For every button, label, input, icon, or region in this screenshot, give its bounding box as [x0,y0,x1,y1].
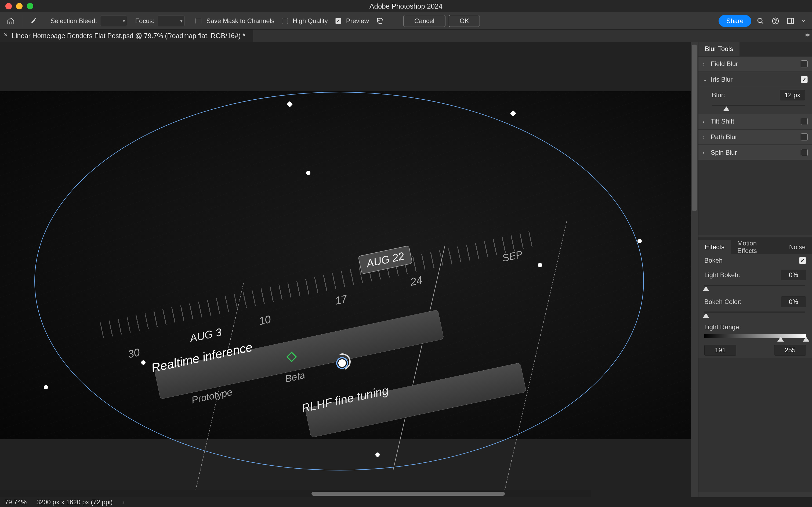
blur-handle[interactable] [375,452,380,457]
chevron-right-icon: › [703,118,708,125]
chevron-down-icon: ⌄ [703,76,708,83]
light-range-high[interactable]: 255 [774,345,806,355]
tab-motion-effects[interactable]: Motion Effects [731,240,783,254]
blur-pin-center[interactable] [338,359,346,367]
accordion-label: Spin Blur [711,149,798,156]
save-mask-label: Save Mask to Channels [206,17,274,25]
cancel-button[interactable]: Cancel [403,15,446,27]
titlebar: Adobe Photoshop 2024 [0,0,812,12]
blur-tools-panel: Blur Tools › Field Blur ⌄ Iris Blur ✓ Bl… [698,42,812,237]
ok-button[interactable]: OK [449,15,480,27]
accordion-spin-blur[interactable]: › Spin Blur [698,145,812,160]
selection-bleed-dropdown[interactable] [100,15,127,26]
document-tab-bar: Linear Homepage Renders Flat Post.psd @ … [0,30,812,42]
canvas-area[interactable]: AUG 22 SEP AUG 3 30 10 17 24 Realtime in… [0,42,698,497]
light-range-label: Light Range: [704,323,806,331]
blur-handle[interactable] [44,385,48,389]
search-icon[interactable] [755,15,766,27]
accordion-tilt-shift[interactable]: › Tilt-Shift [698,114,812,129]
document-canvas[interactable]: AUG 22 SEP AUG 3 30 10 17 24 Realtime in… [0,91,691,439]
close-window-button[interactable] [5,3,12,9]
light-bokeh-slider[interactable] [704,283,805,291]
chevron-right-icon: › [703,134,708,140]
blur-amount-label: Blur: [712,91,776,99]
vertical-scrollbar[interactable] [691,42,698,497]
separator [190,14,190,27]
tab-blur-tools[interactable]: Blur Tools [698,42,740,56]
chevron-right-icon: › [703,150,708,156]
app-title: Adobe Photoshop 2024 [369,2,443,10]
blur-amount-value[interactable]: 12 px [780,90,805,101]
accordion-path-blur[interactable]: › Path Blur [698,129,812,145]
workspace: AUG 22 SEP AUG 3 30 10 17 24 Realtime in… [0,42,812,497]
accordion-label: Tilt-Shift [711,118,798,125]
bokeh-color-slider[interactable] [704,310,805,318]
light-bokeh-value[interactable]: 0% [781,270,806,280]
timeline-date-label: 30 [127,346,141,360]
svg-point-0 [758,18,762,22]
status-chevron-icon[interactable]: › [122,498,125,506]
tool-icon[interactable] [27,15,40,27]
light-range-low[interactable]: 191 [704,345,736,355]
status-bar: 79.74% 3200 px x 1620 px (72 ppi) › [0,497,812,507]
minimize-window-button[interactable] [16,3,22,9]
share-button[interactable]: Share [718,15,751,27]
timeline-date-label: 17 [334,293,348,307]
blur-handle[interactable] [306,171,310,175]
right-panel-stack: Blur Tools › Field Blur ⌄ Iris Blur ✓ Bl… [698,42,812,497]
help-icon[interactable] [769,15,781,27]
accordion-label: Path Blur [711,133,798,141]
tab-effects[interactable]: Effects [698,240,731,254]
light-range-slider[interactable] [704,334,806,341]
field-blur-toggle[interactable] [801,60,808,67]
accordion-iris-blur[interactable]: ⌄ Iris Blur ✓ [698,72,812,87]
bokeh-color-label: Bokeh Color: [704,298,777,305]
separator [45,14,45,27]
document-tab-label: Linear Homepage Renders Flat Post.psd @ … [12,32,245,40]
bokeh-toggle[interactable]: ✓ [799,257,806,264]
tab-noise[interactable]: Noise [783,240,812,254]
horizontal-scrollbar[interactable] [0,490,591,497]
svg-rect-3 [788,18,794,23]
scrollbar-thumb[interactable] [311,492,505,496]
bokeh-label: Bokeh [704,257,796,264]
bokeh-color-value[interactable]: 0% [781,296,806,307]
tilt-shift-toggle[interactable] [801,118,808,125]
accordion-label: Iris Blur [711,76,798,83]
accordion-field-blur[interactable]: › Field Blur [698,56,812,71]
home-icon[interactable] [5,15,17,27]
blur-handle[interactable] [538,263,542,267]
options-bar: Selection Bleed: Focus: Save Mask to Cha… [0,12,812,30]
chevron-down-icon[interactable] [800,15,807,27]
svg-point-2 [775,22,776,23]
focus-dropdown[interactable] [158,15,184,26]
preview-checkbox[interactable]: ✓ [335,18,341,24]
preview-label: Preview [346,17,369,25]
canvas-dimensions: 3200 px x 1620 px (72 ppi) [36,498,113,506]
blur-amount-slider[interactable] [712,103,805,111]
collapse-panels-icon[interactable]: ▸▸ [806,31,809,38]
reset-icon[interactable] [374,15,386,27]
blur-handle[interactable] [637,239,642,243]
scrollbar-thumb[interactable] [692,45,697,211]
light-bokeh-label: Light Bokeh: [704,271,777,279]
workspace-switcher-icon[interactable] [785,15,797,27]
spin-blur-toggle[interactable] [801,149,808,156]
effects-panel: Effects Motion Effects Noise Bokeh ✓ Lig… [698,240,812,494]
timeline-date-label: 10 [258,313,272,327]
document-tab[interactable]: Linear Homepage Renders Flat Post.psd @ … [0,30,253,42]
focus-label: Focus: [135,17,155,25]
iris-blur-toggle[interactable]: ✓ [801,76,808,83]
save-mask-checkbox[interactable] [195,18,201,24]
artwork: AUG 22 SEP AUG 3 30 10 17 24 Realtime in… [0,91,691,439]
zoom-window-button[interactable] [27,3,33,9]
window-controls [5,3,33,9]
zoom-level[interactable]: 79.74% [5,498,26,506]
path-blur-toggle[interactable] [801,133,808,140]
timeline-date-label: 24 [409,274,423,288]
chevron-right-icon: › [703,61,708,67]
high-quality-checkbox[interactable] [282,18,288,24]
blur-handle[interactable] [141,360,146,365]
accordion-label: Field Blur [711,60,798,68]
high-quality-label: High Quality [293,17,328,25]
